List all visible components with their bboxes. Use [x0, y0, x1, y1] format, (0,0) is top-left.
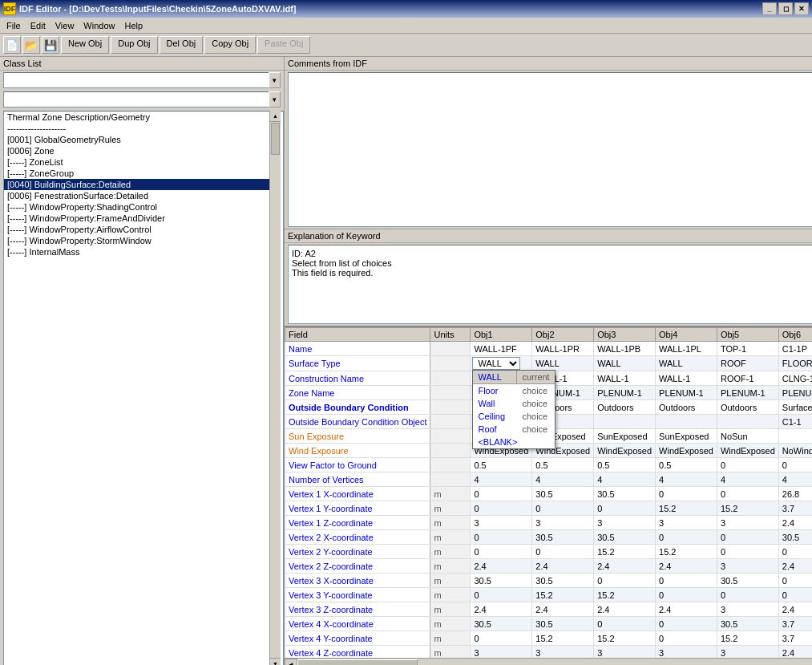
cell-v4x-obj6[interactable]: 3.7 — [778, 617, 812, 631]
cell-zone-obj5[interactable]: PLENUM-1 — [717, 386, 778, 400]
cell-name-obj2[interactable]: WALL-1PR — [532, 342, 594, 356]
popup-ceiling-row[interactable]: Ceiling choice — [473, 410, 554, 423]
cell-wind-obj3[interactable]: WindExposed — [594, 444, 656, 458]
cell-nv-obj6[interactable]: 4 — [778, 472, 812, 487]
cell-v1x-obj4[interactable]: 0 — [656, 487, 717, 501]
cell-zone-obj6[interactable]: PLENUM-1 — [778, 386, 812, 400]
cell-obco-obj4[interactable] — [656, 415, 717, 429]
cell-v4y-obj6[interactable]: 3.7 — [778, 631, 812, 646]
cell-obco-obj3[interactable] — [594, 415, 656, 429]
list-item[interactable]: Thermal Zone Description/Geometry — [4, 112, 272, 123]
cell-v1z-obj6[interactable]: 2.4 — [778, 516, 812, 530]
cell-sun-obj4[interactable]: SunExposed — [656, 429, 717, 444]
cell-vf-obj6[interactable]: 0 — [778, 458, 812, 472]
cell-v3y-obj4[interactable]: 0 — [656, 588, 717, 602]
cell-v4z-obj4[interactable]: 3 — [656, 646, 717, 659]
cell-v2x-obj2[interactable]: 30.5 — [532, 530, 594, 545]
vscroll-up[interactable]: ▲ — [270, 111, 281, 122]
cell-v3z-obj5[interactable]: 3 — [717, 602, 778, 617]
cell-name-obj4[interactable]: WALL-1PL — [656, 342, 717, 356]
cell-surface-obj4[interactable]: WALL — [656, 356, 717, 371]
cell-cons-obj3[interactable]: WALL-1 — [594, 371, 656, 386]
search-input-2[interactable] — [3, 91, 269, 107]
cell-v3x-obj5[interactable]: 30.5 — [717, 574, 778, 588]
cell-wind-obj6[interactable]: NoWind — [778, 444, 812, 458]
cell-v3y-obj2[interactable]: 15.2 — [532, 588, 594, 602]
cell-v4y-obj5[interactable]: 15.2 — [717, 631, 778, 646]
cell-v2z-obj1[interactable]: 2.4 — [471, 559, 532, 574]
cell-v4y-obj4[interactable]: 0 — [656, 631, 717, 646]
cell-v4x-obj2[interactable]: 30.5 — [532, 617, 594, 631]
cell-v1x-obj6[interactable]: 26.8 — [778, 487, 812, 501]
cell-v2y-obj3[interactable]: 15.2 — [594, 545, 656, 559]
search-dropdown-1[interactable]: ▼ — [269, 72, 281, 88]
cell-vf-obj3[interactable]: 0.5 — [594, 458, 656, 472]
cell-v3z-obj1[interactable]: 2.4 — [471, 602, 532, 617]
cell-v2x-obj1[interactable]: 0 — [471, 530, 532, 545]
cell-vf-obj5[interactable]: 0 — [717, 458, 778, 472]
cell-v4z-obj3[interactable]: 3 — [594, 646, 656, 659]
cell-v2z-obj6[interactable]: 2.4 — [778, 559, 812, 574]
cell-v4z-obj1[interactable]: 3 — [471, 646, 532, 659]
cell-v3x-obj4[interactable]: 0 — [656, 574, 717, 588]
cell-surface-obj5[interactable]: ROOF — [717, 356, 778, 371]
cell-v1y-obj3[interactable]: 0 — [594, 501, 656, 516]
search-input-1[interactable] — [3, 72, 269, 88]
surface-type-select[interactable]: WALL Floor Wall Ceiling Roof — [472, 357, 520, 370]
popup-floor-row[interactable]: Floor choice — [473, 384, 554, 397]
cell-v1x-obj2[interactable]: 30.5 — [532, 487, 594, 501]
cell-v4z-obj2[interactable]: 3 — [532, 646, 594, 659]
cell-v3x-obj1[interactable]: 30.5 — [471, 574, 532, 588]
cell-name-obj1[interactable]: WALL-1PF — [471, 342, 532, 356]
list-item-global-geom[interactable]: [0001] GlobalGeometryRules — [4, 134, 272, 145]
menu-file[interactable]: File — [2, 20, 26, 31]
cell-v2x-obj5[interactable]: 0 — [717, 530, 778, 545]
list-item-zonelist[interactable]: [-----] ZoneList — [4, 156, 272, 168]
class-listbox[interactable]: Thermal Zone Description/Geometry ------… — [3, 111, 284, 665]
cell-v1z-obj5[interactable]: 3 — [717, 516, 778, 530]
cell-v2z-obj2[interactable]: 2.4 — [532, 559, 594, 574]
cell-v1y-obj4[interactable]: 15.2 — [656, 501, 717, 516]
cell-v4y-obj2[interactable]: 15.2 — [532, 631, 594, 646]
cell-v3z-obj3[interactable]: 2.4 — [594, 602, 656, 617]
cell-v1y-obj2[interactable]: 0 — [532, 501, 594, 516]
cell-v1y-obj5[interactable]: 15.2 — [717, 501, 778, 516]
cell-sun-obj3[interactable]: SunExposed — [594, 429, 656, 444]
list-item-frame[interactable]: [-----] WindowProperty:FrameAndDivider — [4, 213, 272, 224]
cell-nv-obj1[interactable]: 4 — [471, 472, 532, 487]
cell-v3x-obj3[interactable]: 0 — [594, 574, 656, 588]
list-item[interactable]: -------------------- — [4, 123, 272, 134]
cell-surface-obj1[interactable]: WALL Floor Wall Ceiling Roof — [471, 356, 532, 371]
hscroll-left[interactable]: ◄ — [285, 659, 297, 666]
cell-sun-obj6[interactable] — [778, 429, 812, 444]
cell-v4y-obj1[interactable]: 0 — [471, 631, 532, 646]
popup-roof-row[interactable]: Roof choice — [473, 423, 554, 436]
new-obj-button[interactable]: New Obj — [61, 36, 109, 54]
data-table-container[interactable]: Field Units Obj1 Obj2 Obj3 Obj4 Obj5 Obj… — [285, 327, 812, 658]
cell-v3y-obj3[interactable]: 15.2 — [594, 588, 656, 602]
close-button[interactable]: ✕ — [794, 2, 809, 15]
cell-v2z-obj4[interactable]: 2.4 — [656, 559, 717, 574]
list-item-fenestration[interactable]: [0006] FenestrationSurface:Detailed — [4, 190, 272, 201]
cell-obc-obj3[interactable]: Outdoors — [594, 400, 656, 415]
cell-zone-obj4[interactable]: PLENUM-1 — [656, 386, 717, 400]
cell-v4x-obj5[interactable]: 30.5 — [717, 617, 778, 631]
cell-nv-obj4[interactable]: 4 — [656, 472, 717, 487]
table-hscrollbar[interactable]: ◄ ► — [285, 658, 812, 665]
search-dropdown-2[interactable]: ▼ — [269, 91, 281, 107]
cell-v3x-obj6[interactable]: 0 — [778, 574, 812, 588]
toolbar-new-file[interactable]: 📄 — [3, 36, 21, 54]
cell-obco-obj6[interactable]: C1-1 — [778, 415, 812, 429]
popup-blank-row[interactable]: <BLANK> — [473, 436, 554, 448]
restore-button[interactable]: ◻ — [778, 2, 793, 15]
cell-vf-obj2[interactable]: 0.5 — [532, 458, 594, 472]
cell-surface-obj6[interactable]: FLOOR — [778, 356, 812, 371]
list-item-zone[interactable]: [0006] Zone — [4, 145, 272, 156]
list-item-airflow[interactable]: [-----] WindowProperty:AirflowControl — [4, 224, 272, 235]
dup-obj-button[interactable]: Dup Obj — [111, 36, 157, 54]
cell-nv-obj3[interactable]: 4 — [594, 472, 656, 487]
list-item-storm[interactable]: [-----] WindowProperty:StormWindow — [4, 235, 272, 246]
cell-v4x-obj1[interactable]: 30.5 — [471, 617, 532, 631]
cell-v2y-obj4[interactable]: 15.2 — [656, 545, 717, 559]
cell-v3z-obj4[interactable]: 2.4 — [656, 602, 717, 617]
